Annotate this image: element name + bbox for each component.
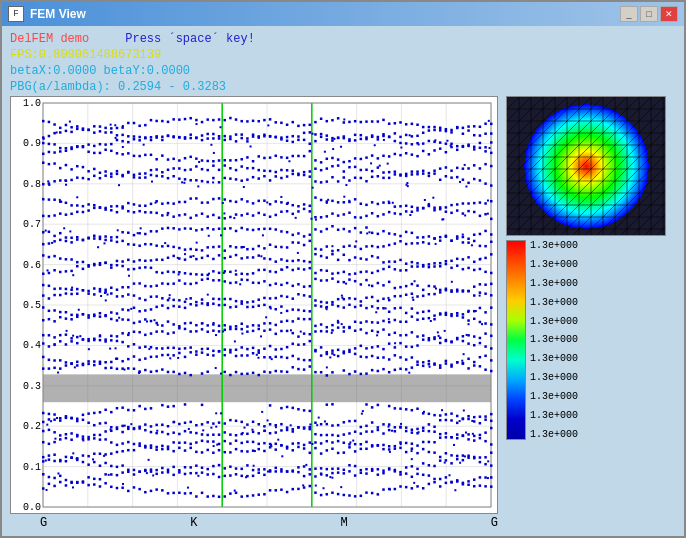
colorbar-label-3: 1.3e+000 [530, 297, 578, 308]
right-panel: 1.3e+000 1.3e+000 1.3e+000 1.3e+000 1.3e… [506, 96, 676, 530]
window-controls: _ □ ✕ [620, 6, 678, 22]
maximize-button[interactable]: □ [640, 6, 658, 22]
demo-label: DelFEM demo [10, 32, 89, 46]
minimize-button[interactable]: _ [620, 6, 638, 22]
window-icon: F [8, 6, 24, 22]
colorbar-label-7: 1.3e+000 [530, 372, 578, 383]
colorbar-label-1: 1.3e+000 [530, 259, 578, 270]
info-line-1: DelFEM demo Press ´space´ key! [10, 32, 676, 46]
press-label: Press ´space´ key! [125, 32, 255, 46]
colorbar-label-4: 1.3e+000 [530, 316, 578, 327]
close-button[interactable]: ✕ [660, 6, 678, 22]
x-axis-labels: G K M G [10, 514, 498, 530]
colorbar-label-9: 1.3e+000 [530, 410, 578, 421]
main-window: F FEM View _ □ ✕ DelFEM demo Press ´spac… [0, 0, 686, 538]
colorbar-label-6: 1.3e+000 [530, 353, 578, 364]
chart-area: G K M G [10, 96, 498, 530]
colorbar-label-0: 1.3e+000 [530, 240, 578, 251]
fps-label: FPS:0.809061488673139 [10, 48, 676, 62]
x-label-g1: G [40, 516, 47, 530]
colorbar-gradient [506, 240, 526, 440]
x-label-g2: G [491, 516, 498, 530]
mesh-preview [506, 96, 666, 236]
colorbar-labels: 1.3e+000 1.3e+000 1.3e+000 1.3e+000 1.3e… [526, 240, 578, 440]
beta-label: betaX:0.0000 betaY:0.0000 [10, 64, 676, 78]
band-chart [10, 96, 498, 514]
title-bar: F FEM View _ □ ✕ [2, 2, 684, 26]
content-area: DelFEM demo Press ´space´ key! FPS:0.809… [2, 26, 684, 536]
main-area: G K M G 1.3e+000 1.3e+000 1.3e+000 1.3 [10, 96, 676, 530]
colorbar: 1.3e+000 1.3e+000 1.3e+000 1.3e+000 1.3e… [506, 240, 676, 440]
colorbar-label-10: 1.3e+000 [530, 429, 578, 440]
x-label-m: M [341, 516, 348, 530]
colorbar-label-2: 1.3e+000 [530, 278, 578, 289]
colorbar-label-5: 1.3e+000 [530, 334, 578, 345]
pbg-label: PBG(a/lambda): 0.2594 - 0.3283 [10, 80, 676, 94]
window-title: FEM View [30, 7, 620, 21]
colorbar-label-8: 1.3e+000 [530, 391, 578, 402]
x-label-k: K [190, 516, 197, 530]
